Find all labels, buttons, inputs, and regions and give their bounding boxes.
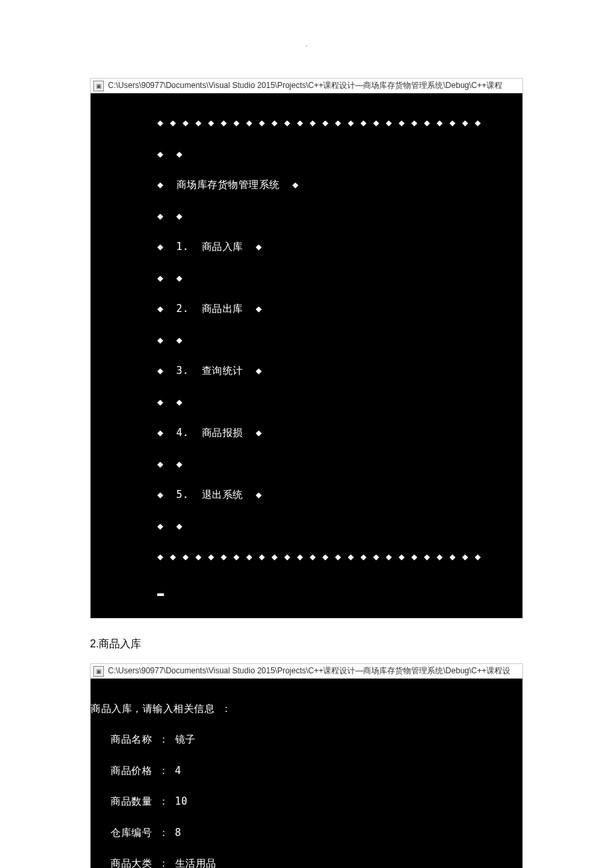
field-name: 商品名称 ： 镜子 [91, 732, 522, 747]
menu-sep: ◆ ◆ [91, 271, 522, 286]
page-content: ▣ C:\Users\90977\Documents\Visual Studio… [0, 78, 613, 868]
titlebar-1: ▣ C:\Users\90977\Documents\Visual Studio… [90, 78, 523, 93]
input-prompt: 商品入库，请输入相关信息 ： [91, 701, 522, 717]
border-top: ◆ ◆ ◆ ◆ ◆ ◆ ◆ ◆ ◆ ◆ ◆ ◆ ◆ ◆ ◆ ◆ ◆ ◆ ◆ ◆ … [91, 115, 522, 131]
titlebar-1-path: C:\Users\90977\Documents\Visual Studio 2… [108, 80, 502, 91]
menu-sep: ◆ ◆ [91, 209, 522, 224]
menu-item-4: ◆ 4. 商品报损 ◆ [91, 425, 522, 441]
app-icon: ▣ [93, 666, 104, 677]
cursor [157, 593, 164, 596]
field-category: 商品大类 ： 生活用品 [91, 856, 522, 868]
menu-sep: ◆ ◆ [91, 333, 522, 348]
console-2: 商品入库，请输入相关信息 ： 商品名称 ： 镜子 商品价格 ： 4 商品数量 ：… [90, 678, 523, 868]
app-icon: ▣ [93, 81, 104, 91]
menu-sep: ◆ ◆ [91, 519, 522, 534]
field-price: 商品价格 ： 4 [91, 763, 522, 779]
titlebar-2: ▣ C:\Users\90977\Documents\Visual Studio… [90, 663, 523, 678]
field-quantity: 商品数量 ： 10 [91, 794, 522, 809]
menu-item-1: ◆ 1. 商品入库 ◆ [91, 239, 522, 255]
border-bottom: ◆ ◆ ◆ ◆ ◆ ◆ ◆ ◆ ◆ ◆ ◆ ◆ ◆ ◆ ◆ ◆ ◆ ◆ ◆ ◆ … [91, 549, 522, 565]
menu-title: ◆ 商场库存货物管理系统 ◆ [91, 177, 522, 193]
titlebar-2-path: C:\Users\90977\Documents\Visual Studio 2… [108, 665, 510, 677]
top-page-marker: . [0, 40, 613, 48]
menu-item-3: ◆ 3. 查询统计 ◆ [91, 363, 522, 379]
menu-item-5: ◆ 5. 退出系统 ◆ [91, 487, 522, 503]
menu-sep: ◆ ◆ [91, 395, 522, 410]
menu-sep: ◆ ◆ [91, 147, 522, 162]
menu-sep: ◆ ◆ [91, 457, 522, 472]
field-warehouse: 仓库编号 ： 8 [91, 825, 522, 841]
console-1: ◆ ◆ ◆ ◆ ◆ ◆ ◆ ◆ ◆ ◆ ◆ ◆ ◆ ◆ ◆ ◆ ◆ ◆ ◆ ◆ … [90, 93, 523, 619]
menu-item-2: ◆ 2. 商品出库 ◆ [91, 301, 522, 317]
heading-2: 2.商品入库 [90, 637, 523, 651]
